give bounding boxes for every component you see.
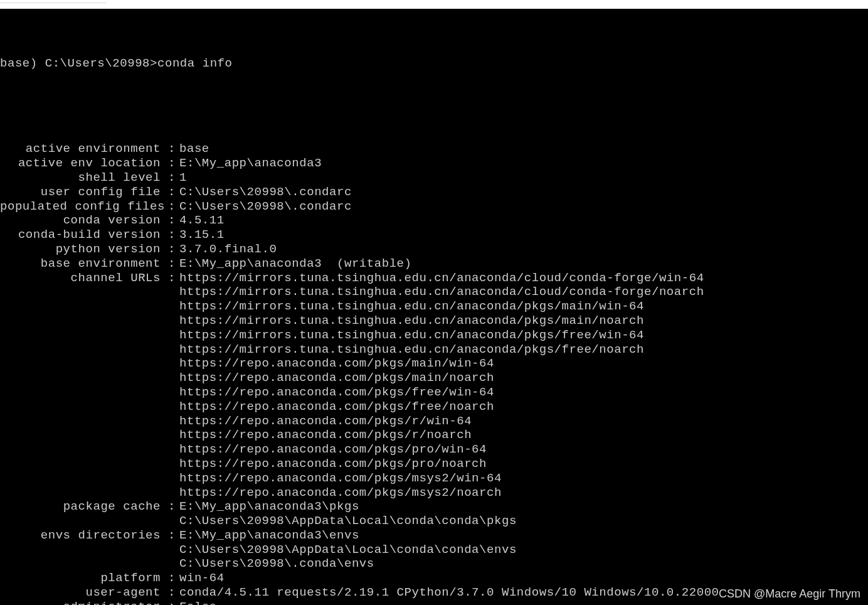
info-key: user config file xyxy=(0,185,161,200)
conda-info-block: active environment : baseactive env loca… xyxy=(0,142,868,605)
info-value: E:\My_app\anaconda3\pkgs xyxy=(179,500,868,514)
info-value-continuation: https://mirrors.tuna.tsinghua.edu.cn/ana… xyxy=(0,343,868,357)
info-value-continuation: https://mirrors.tuna.tsinghua.edu.cn/ana… xyxy=(0,299,868,314)
info-value: E:\My_app\anaconda3 (writable) xyxy=(179,257,868,271)
info-key: package cache xyxy=(0,500,161,514)
info-separator: : xyxy=(161,571,179,586)
info-separator: : xyxy=(161,156,179,171)
info-value: E:\My_app\anaconda3 xyxy=(179,156,868,171)
info-value-continuation: https://repo.anaconda.com/pkgs/r/win-64 xyxy=(0,414,868,429)
info-key: conda version xyxy=(0,213,161,228)
info-row: channel URLs : https://mirrors.tuna.tsin… xyxy=(0,271,868,286)
info-key: base environment xyxy=(0,257,161,271)
info-value: C:\Users\20998\.condarc xyxy=(179,200,868,214)
info-separator: : xyxy=(161,242,179,257)
info-separator: : xyxy=(161,528,179,543)
info-key: envs directories xyxy=(0,528,161,543)
info-value-continuation: https://mirrors.tuna.tsinghua.edu.cn/ana… xyxy=(0,285,868,299)
terminal-output[interactable]: base) C:\Users\20998>conda info active e… xyxy=(0,9,868,605)
info-row: shell level : 1 xyxy=(0,171,868,185)
info-value: https://mirrors.tuna.tsinghua.edu.cn/ana… xyxy=(179,271,868,286)
info-value-continuation: C:\Users\20998\AppData\Local\conda\conda… xyxy=(0,543,868,557)
info-key: populated config files xyxy=(0,200,161,214)
info-value: 4.5.11 xyxy=(179,213,868,228)
info-row: package cache : E:\My_app\anaconda3\pkgs xyxy=(0,500,868,514)
info-value-continuation: https://repo.anaconda.com/pkgs/main/noar… xyxy=(0,371,868,385)
info-value-continuation: https://repo.anaconda.com/pkgs/free/noar… xyxy=(0,400,868,414)
info-value-continuation: https://repo.anaconda.com/pkgs/pro/win-6… xyxy=(0,442,868,457)
info-value-continuation: https://repo.anaconda.com/pkgs/pro/noarc… xyxy=(0,457,868,471)
info-row: active env location : E:\My_app\anaconda… xyxy=(0,156,868,171)
info-row: platform : win-64 xyxy=(0,571,868,586)
info-key: shell level xyxy=(0,171,161,185)
info-value-continuation: https://mirrors.tuna.tsinghua.edu.cn/ana… xyxy=(0,314,868,328)
info-separator: : xyxy=(161,586,179,600)
info-value: 3.7.0.final.0 xyxy=(179,242,868,257)
info-value-continuation: C:\Users\20998\AppData\Local\conda\conda… xyxy=(0,514,868,528)
info-value: win-64 xyxy=(179,571,868,586)
info-separator: : xyxy=(161,142,179,156)
info-row: base environment : E:\My_app\anaconda3 (… xyxy=(0,257,868,271)
blank-line xyxy=(0,99,868,114)
info-separator: : xyxy=(161,171,179,185)
info-value: 1 xyxy=(179,171,868,185)
info-key: administrator xyxy=(0,600,161,605)
info-separator: : xyxy=(161,500,179,514)
prompt-line: base) C:\Users\20998>conda info xyxy=(0,56,868,71)
info-key: conda-build version xyxy=(0,228,161,242)
info-value: 3.15.1 xyxy=(179,228,868,242)
window-top-strip xyxy=(0,0,868,9)
info-separator: : xyxy=(161,257,179,271)
info-value-continuation: https://repo.anaconda.com/pkgs/free/win-… xyxy=(0,385,868,400)
info-value-continuation: C:\Users\20998\.conda\envs xyxy=(0,557,868,571)
info-row: envs directories : E:\My_app\anaconda3\e… xyxy=(0,528,868,543)
info-row: conda-build version : 3.15.1 xyxy=(0,228,868,242)
info-value: E:\My_app\anaconda3\envs xyxy=(179,528,868,543)
info-value-continuation: https://repo.anaconda.com/pkgs/msys2/win… xyxy=(0,471,868,486)
info-separator: : xyxy=(161,228,179,242)
info-key: python version xyxy=(0,242,161,257)
info-value-continuation: https://repo.anaconda.com/pkgs/main/win-… xyxy=(0,356,868,371)
info-separator: : xyxy=(161,200,179,214)
info-row: populated config files : C:\Users\20998\… xyxy=(0,200,868,214)
info-separator: : xyxy=(161,185,179,200)
info-row: user config file : C:\Users\20998\.conda… xyxy=(0,185,868,200)
info-value-continuation: https://repo.anaconda.com/pkgs/r/noarch xyxy=(0,428,868,442)
info-value: C:\Users\20998\.condarc xyxy=(179,185,868,200)
info-key: active environment xyxy=(0,142,161,156)
info-value-continuation: https://mirrors.tuna.tsinghua.edu.cn/ana… xyxy=(0,328,868,343)
info-value-continuation: https://repo.anaconda.com/pkgs/msys2/noa… xyxy=(0,486,868,500)
info-value: base xyxy=(179,142,868,156)
info-key: user-agent xyxy=(0,586,161,600)
info-key: active env location xyxy=(0,156,161,171)
info-key: platform xyxy=(0,571,161,586)
info-row: conda version : 4.5.11 xyxy=(0,213,868,228)
info-separator: : xyxy=(161,213,179,228)
info-row: python version : 3.7.0.final.0 xyxy=(0,242,868,257)
info-row: active environment : base xyxy=(0,142,868,156)
info-separator: : xyxy=(161,271,179,286)
info-separator: : xyxy=(161,600,179,605)
divider xyxy=(0,3,107,3)
info-key: channel URLs xyxy=(0,271,161,286)
watermark-text: CSDN @Macre Aegir Thrym xyxy=(719,587,860,601)
